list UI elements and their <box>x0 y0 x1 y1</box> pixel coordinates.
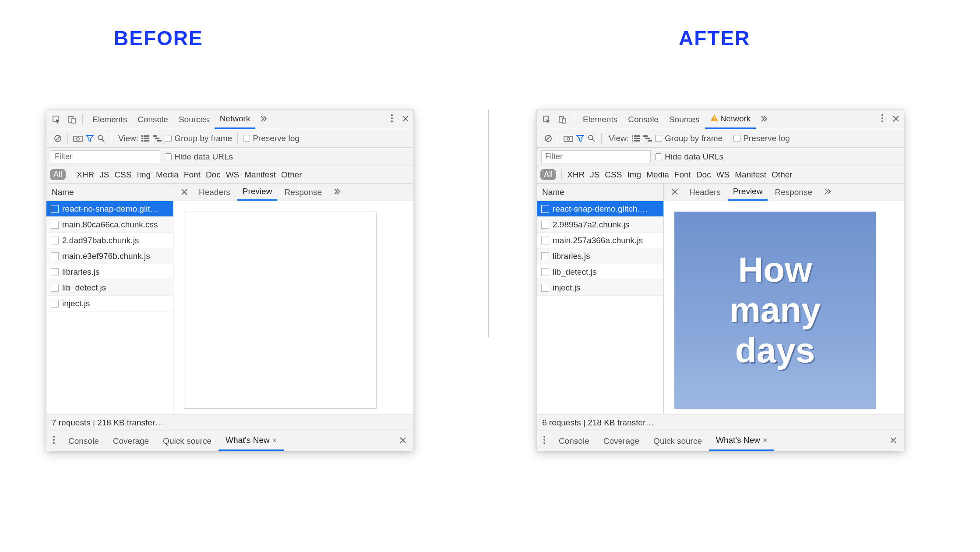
drawer-kebab-icon[interactable] <box>46 435 61 447</box>
checkbox-icon[interactable] <box>165 153 172 160</box>
filter-input[interactable] <box>541 150 651 163</box>
view-waterfall-icon[interactable] <box>152 135 162 142</box>
kebab-menu-icon[interactable] <box>386 114 398 125</box>
drawer-tab-console[interactable]: Console <box>61 431 106 451</box>
type-filter-all[interactable]: All <box>540 169 556 180</box>
tab-elements[interactable]: Elements <box>578 110 623 129</box>
subtab-response[interactable]: Response <box>769 184 818 201</box>
request-row[interactable]: inject.js <box>537 280 663 296</box>
type-filter-js[interactable]: JS <box>99 170 109 180</box>
close-drawer-icon[interactable] <box>392 436 413 446</box>
subtab-headers[interactable]: Headers <box>684 184 726 201</box>
kebab-menu-icon[interactable] <box>877 114 888 125</box>
subtab-preview[interactable]: Preview <box>237 184 278 201</box>
request-row[interactable]: libraries.js <box>46 264 173 280</box>
type-filter-css[interactable]: CSS <box>114 170 131 180</box>
close-tab-icon[interactable]: × <box>763 436 768 445</box>
checkbox-icon[interactable] <box>655 153 662 160</box>
request-row[interactable]: react-no-snap-demo.glit… <box>46 201 173 217</box>
filter-icon[interactable] <box>85 134 94 143</box>
inspect-icon[interactable] <box>51 114 62 125</box>
more-subtabs-icon[interactable] <box>329 187 345 197</box>
request-row[interactable]: main.257a366a.chunk.js <box>537 233 663 248</box>
clear-icon[interactable] <box>544 134 553 143</box>
view-list-icon[interactable] <box>141 135 150 142</box>
more-subtabs-icon[interactable] <box>819 187 836 197</box>
search-icon[interactable] <box>587 134 596 143</box>
type-filter-other[interactable]: Other <box>281 170 302 180</box>
hide-data-urls-option[interactable]: Hide data URLs <box>655 152 723 162</box>
tab-network[interactable]: Network <box>215 110 256 129</box>
preserve-log-option[interactable]: Preserve log <box>733 134 790 143</box>
checkbox-icon[interactable] <box>733 135 740 142</box>
drawer-tab-coverage[interactable]: Coverage <box>596 431 646 451</box>
drawer-tab-coverage[interactable]: Coverage <box>106 431 156 451</box>
hide-data-urls-option[interactable]: Hide data URLs <box>165 152 233 162</box>
view-waterfall-icon[interactable] <box>643 135 652 142</box>
subtab-headers[interactable]: Headers <box>194 184 236 201</box>
type-filter-all[interactable]: All <box>50 169 66 180</box>
capture-screenshots-icon[interactable] <box>564 135 573 142</box>
preserve-log-option[interactable]: Preserve log <box>243 134 300 143</box>
checkbox-icon[interactable] <box>165 135 172 142</box>
drawer-tab-quick-source[interactable]: Quick source <box>156 431 219 451</box>
type-filter-ws[interactable]: WS <box>226 170 240 180</box>
drawer-tab-console[interactable]: Console <box>552 431 596 451</box>
type-filter-css[interactable]: CSS <box>605 170 622 180</box>
type-filter-img[interactable]: Img <box>627 170 641 180</box>
more-tabs-icon[interactable] <box>756 114 772 124</box>
column-name-header[interactable]: Name <box>46 184 173 201</box>
clear-icon[interactable] <box>53 134 62 143</box>
type-filter-font[interactable]: Font <box>184 170 201 180</box>
tab-console[interactable]: Console <box>132 110 173 129</box>
type-filter-img[interactable]: Img <box>137 170 151 180</box>
type-filter-doc[interactable]: Doc <box>696 170 711 180</box>
tab-elements[interactable]: Elements <box>87 110 132 129</box>
drawer-tab-whats-new[interactable]: What's New × <box>219 431 284 451</box>
request-row[interactable]: lib_detect.js <box>46 280 173 296</box>
close-sidepanel-icon[interactable] <box>667 188 682 197</box>
group-by-frame-option[interactable]: Group by frame <box>655 134 723 143</box>
request-row[interactable]: inject.js <box>46 296 173 311</box>
inspect-icon[interactable] <box>541 114 553 125</box>
type-filter-manifest[interactable]: Manifest <box>244 170 276 180</box>
device-toggle-icon[interactable] <box>557 114 568 125</box>
type-filter-xhr[interactable]: XHR <box>567 170 585 180</box>
request-row[interactable]: main.80ca66ca.chunk.css <box>46 217 173 233</box>
type-filter-other[interactable]: Other <box>772 170 793 180</box>
more-tabs-icon[interactable] <box>255 114 272 124</box>
type-filter-ws[interactable]: WS <box>716 170 730 180</box>
filter-input[interactable] <box>51 150 160 163</box>
device-toggle-icon[interactable] <box>67 114 78 125</box>
type-filter-doc[interactable]: Doc <box>206 170 221 180</box>
drawer-tab-quick-source[interactable]: Quick source <box>646 431 709 451</box>
subtab-response[interactable]: Response <box>279 184 327 201</box>
request-row[interactable]: 2.dad97bab.chunk.js <box>46 233 173 248</box>
drawer-kebab-icon[interactable] <box>537 435 552 447</box>
close-drawer-icon[interactable] <box>883 436 904 446</box>
request-row[interactable]: main.e3ef976b.chunk.js <box>46 248 173 264</box>
request-row[interactable]: lib_detect.js <box>537 264 663 280</box>
close-devtools-icon[interactable] <box>888 115 904 124</box>
checkbox-icon[interactable] <box>655 135 662 142</box>
close-tab-icon[interactable]: × <box>272 436 277 445</box>
filter-icon[interactable] <box>576 134 585 143</box>
view-list-icon[interactable] <box>631 135 640 142</box>
capture-screenshots-icon[interactable] <box>73 135 83 142</box>
close-sidepanel-icon[interactable] <box>177 188 192 197</box>
type-filter-media[interactable]: Media <box>646 170 669 180</box>
type-filter-manifest[interactable]: Manifest <box>735 170 766 180</box>
request-row[interactable]: libraries.js <box>537 248 663 264</box>
type-filter-font[interactable]: Font <box>674 170 691 180</box>
tab-network[interactable]: Network <box>705 110 756 129</box>
type-filter-media[interactable]: Media <box>156 170 179 180</box>
search-icon[interactable] <box>97 134 106 143</box>
request-row[interactable]: react-snap-demo.glitch.… <box>537 201 663 217</box>
checkbox-icon[interactable] <box>243 135 250 142</box>
subtab-preview[interactable]: Preview <box>728 184 768 201</box>
tab-sources[interactable]: Sources <box>664 110 705 129</box>
tab-console[interactable]: Console <box>623 110 664 129</box>
type-filter-xhr[interactable]: XHR <box>77 170 94 180</box>
close-devtools-icon[interactable] <box>398 115 413 124</box>
tab-sources[interactable]: Sources <box>173 110 215 129</box>
